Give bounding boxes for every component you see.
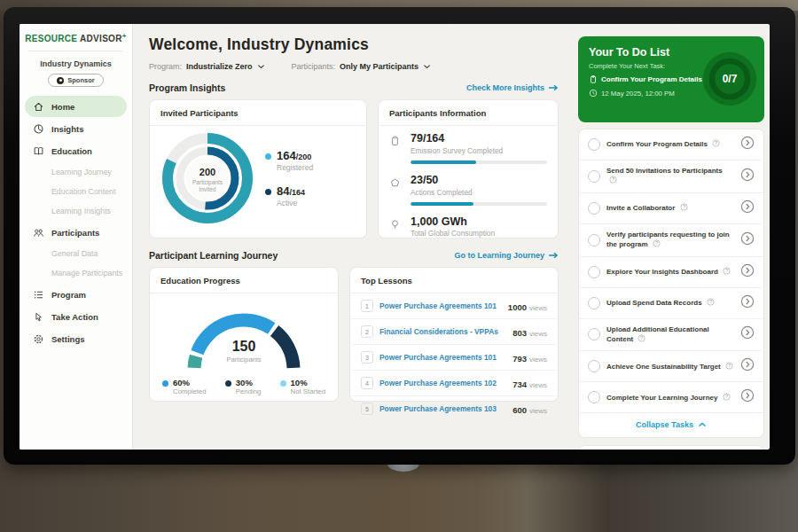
views-suffix: views <box>529 330 547 338</box>
todo-item-label: Verify participants requesting to join t… <box>606 231 734 250</box>
views-number: 803 <box>512 328 527 338</box>
svg-text:Invited: Invited <box>199 186 216 192</box>
svg-text:?: ? <box>640 335 643 340</box>
lesson-link[interactable]: Power Purchase Agreements 103 <box>379 404 506 413</box>
lesson-row: 4Power Purchase Agreements 102734views <box>350 371 558 396</box>
app-logo: RESOURCE ADVISOR+ <box>20 32 132 43</box>
sidebar-subitem-manage-participants[interactable]: Manage Participants <box>25 263 127 283</box>
todo-item[interactable]: Confirm Your Program Details ? <box>579 129 763 160</box>
info-icon[interactable]: ? <box>723 393 731 401</box>
sidebar-item-take-action[interactable]: Take Action <box>25 306 127 327</box>
todo-checkbox[interactable] <box>588 266 600 278</box>
sidebar-item-home[interactable]: Home <box>25 96 127 117</box>
todo-open-button[interactable] <box>740 388 755 406</box>
education-progress-gauge-chart <box>173 299 315 375</box>
sidebar-subitem-education-content[interactable]: Education Content <box>25 182 127 201</box>
todo-item[interactable]: Achieve One Sustainability Target ? <box>579 351 763 382</box>
lesson-rank: 2 <box>361 325 373 338</box>
program-insights-header: Program Insights Check More Insights <box>149 82 559 93</box>
todo-checkbox[interactable] <box>588 138 600 151</box>
todo-item[interactable]: Complete Your Learning Journey ? <box>579 382 763 413</box>
todo-checkbox[interactable] <box>588 391 600 403</box>
todo-open-button[interactable] <box>740 325 755 343</box>
sidebar-subitem-learning-insights[interactable]: Learning Insights <box>25 201 127 221</box>
sidebar-subitem-general-data[interactable]: General Data <box>25 244 127 263</box>
settings-gear-icon <box>33 333 44 345</box>
todo-checkbox[interactable] <box>588 170 600 183</box>
todo-item[interactable]: Send 50 Invitations to Participants ? <box>579 160 763 193</box>
legend-value: 84/164 <box>277 185 305 197</box>
insights-cards-row: Invited Participants 200ParticipantsInvi… <box>149 99 559 239</box>
sidebar-item-insights[interactable]: Insights <box>25 118 127 139</box>
org-name: Industry Dynamics <box>20 59 132 68</box>
info-icon[interactable]: ? <box>680 203 688 211</box>
check-more-insights-link[interactable]: Check More Insights <box>466 83 559 92</box>
sidebar-subitem-label: Manage Participants <box>51 269 122 278</box>
legend-dot <box>280 380 286 387</box>
todo-open-button[interactable] <box>740 200 755 217</box>
lesson-link[interactable]: Financial Considerations - VPPAs <box>379 327 506 336</box>
todo-item[interactable]: Verify participants requesting to join t… <box>579 224 763 257</box>
todo-open-button[interactable] <box>740 168 755 185</box>
lesson-link[interactable]: Power Purchase Agreements 101 <box>379 353 506 362</box>
todo-item[interactable]: Upload Spend Data Records ? <box>579 288 763 319</box>
program-filter-value: Industrialize Zero <box>186 62 253 71</box>
sidebar-subitem-label: Learning Insights <box>51 207 111 215</box>
info-icon[interactable]: ? <box>712 139 720 147</box>
todo-checkbox[interactable] <box>588 202 600 215</box>
legend-pct: 30% <box>236 379 262 387</box>
todo-checkbox[interactable] <box>588 328 600 340</box>
donut-legend-item: 84/164Active <box>265 185 313 207</box>
svg-text:?: ? <box>612 177 614 183</box>
sidebar-item-settings[interactable]: Settings <box>25 328 127 349</box>
sponsor-badge-wrap: Sponsor <box>20 74 132 87</box>
chevron-down-icon <box>257 64 265 69</box>
todo-hero-card: Your To Do List Complete Your Next Task:… <box>578 36 764 122</box>
go-to-learning-journey-label: Go to Learning Journey <box>454 251 544 260</box>
views-number: 793 <box>512 354 527 364</box>
todo-checkbox[interactable] <box>588 297 600 309</box>
sidebar-item-label: Program <box>51 290 86 300</box>
todo-open-button[interactable] <box>740 294 755 312</box>
todo-open-button[interactable] <box>740 357 755 375</box>
svg-text:?: ? <box>725 394 728 399</box>
sidebar-item-education[interactable]: Education <box>25 140 127 161</box>
info-icon[interactable]: ? <box>653 239 661 247</box>
lesson-link[interactable]: Power Purchase Agreements 102 <box>379 379 506 387</box>
svg-text:0/7: 0/7 <box>723 73 738 85</box>
todo-open-button[interactable] <box>740 136 755 153</box>
info-icon[interactable]: ? <box>725 362 733 370</box>
info-icon[interactable]: ? <box>707 298 715 306</box>
lesson-row: 2Financial Considerations - VPPAs803view… <box>350 319 558 345</box>
todo-due-label: 12 May 2025, 12:00 PM <box>601 90 675 98</box>
consumption-icon <box>389 218 401 231</box>
sidebar-item-program[interactable]: Program <box>25 284 127 305</box>
todo-item[interactable]: Invite a Collaborator ? <box>579 193 763 224</box>
legend-text: 164/200Registered <box>277 150 313 172</box>
participants-filter[interactable]: Participants:Only My Participants <box>292 62 432 71</box>
survey-icon <box>389 133 403 164</box>
go-to-learning-journey-link[interactable]: Go to Learning Journey <box>454 251 559 260</box>
sidebar-item-label: Home <box>51 102 74 112</box>
metric-content: 1,000 GWhTotal Global Consumption <box>411 216 547 239</box>
program-filter[interactable]: Program:Industrialize Zero <box>149 62 265 71</box>
todo-checkbox[interactable] <box>588 234 600 246</box>
collapse-tasks-link[interactable]: Collapse Tasks <box>579 413 763 437</box>
gauge-legend: 60%Completed30%Pending10%Not Started <box>150 375 338 395</box>
info-icon[interactable]: ? <box>609 176 617 184</box>
todo-item[interactable]: Explore Your Insights Dashboard ? <box>579 257 763 288</box>
metric-content: 23/50Actions Completed <box>411 175 547 206</box>
todo-open-button[interactable] <box>740 263 755 281</box>
legend-pct: 60% <box>173 379 207 387</box>
sidebar-subitem-learning-journey[interactable]: Learning Journey <box>25 162 127 182</box>
info-icon[interactable]: ? <box>723 267 731 275</box>
main-content: Welcome, Industry Dynamics Program:Indus… <box>133 24 575 450</box>
todo-open-button[interactable] <box>740 231 755 249</box>
lesson-views: 803views <box>512 324 547 340</box>
todo-checkbox[interactable] <box>588 360 600 372</box>
todo-item[interactable]: Upload Additional Educational Content ? <box>579 319 763 352</box>
info-icon[interactable]: ? <box>638 334 645 342</box>
lesson-link[interactable]: Power Purchase Agreements 101 <box>379 301 502 310</box>
sidebar-item-participants[interactable]: Participants <box>25 222 127 243</box>
todo-item-label: Achieve One Sustainability Target ? <box>606 362 734 372</box>
